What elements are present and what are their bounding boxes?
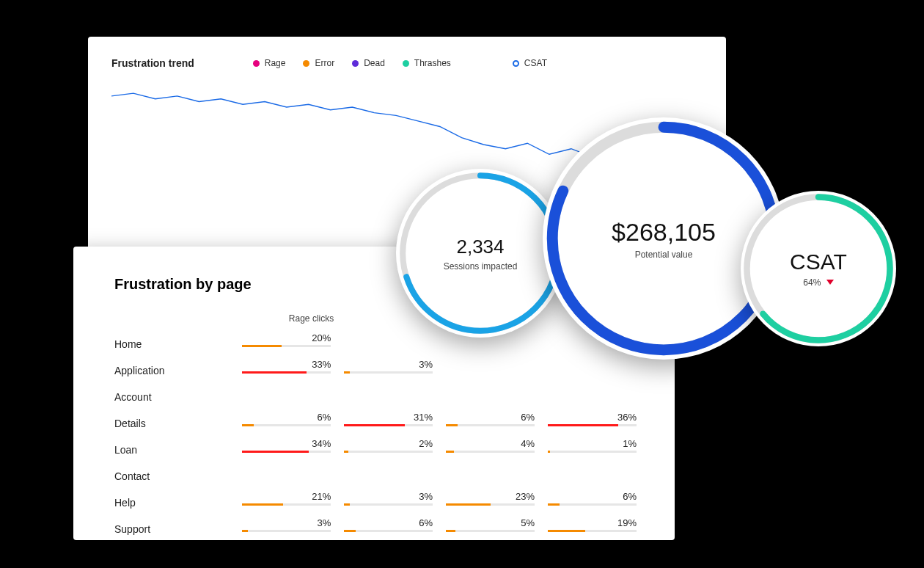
metric-bar-track: [242, 451, 331, 453]
table-row: Loan34%2%4%1%: [114, 437, 639, 463]
metric-cell: 31%: [334, 410, 436, 437]
metric-cell: 3%: [334, 489, 436, 516]
metric-bar-fill: [548, 503, 560, 506]
metric-bar-fill: [344, 424, 404, 426]
legend-item-csat: CSAT: [513, 58, 547, 68]
table-row: Account: [114, 384, 639, 410]
legend-item-rage: Rage: [253, 58, 286, 68]
ring-icon: [396, 169, 565, 338]
metric-cell: [436, 384, 538, 410]
trend-legend: RageErrorDeadThrashesCSAT: [253, 58, 547, 68]
metric-value: 6%: [446, 412, 535, 423]
trend-header: Frustration trend RageErrorDeadThrashesC…: [111, 57, 703, 69]
metric-bar-track: [242, 371, 331, 374]
dead-dot-icon: [352, 60, 359, 67]
metric-bar-fill: [242, 503, 283, 506]
table-row: Details6%31%6%36%: [114, 410, 639, 437]
page-name: Help: [114, 489, 232, 516]
trend-title: Frustration trend: [111, 57, 194, 69]
page-name: Home: [114, 331, 232, 357]
metric-bar-track: [446, 530, 535, 532]
metric-cell: [436, 357, 538, 384]
metric-cell: 6%: [334, 516, 436, 542]
metric-value: 19%: [548, 517, 637, 528]
table-row: Support3%6%5%19%: [114, 516, 639, 542]
csat-dot-icon: [513, 60, 519, 67]
metric-bar-fill: [242, 345, 281, 347]
metric-bar-fill: [242, 530, 248, 532]
metric-cell: [232, 463, 334, 489]
metric-bar-track: [242, 530, 331, 532]
metric-value: 6%: [242, 412, 331, 423]
ring-icon: [741, 191, 896, 346]
metric-bar-fill: [446, 424, 458, 426]
metric-value: 3%: [344, 491, 433, 502]
page-name: Details: [114, 410, 232, 437]
metric-value: 6%: [548, 491, 637, 502]
kpi-sessions-impacted: 2,334 Sessions impacted: [396, 169, 565, 338]
metric-cell: 34%: [232, 437, 334, 463]
legend-item-thrashes: Thrashes: [403, 58, 451, 68]
metric-value: 31%: [344, 412, 433, 423]
metric-cell: 5%: [436, 516, 538, 542]
page-name: Application: [114, 357, 232, 384]
metric-cell: [538, 463, 639, 489]
legend-label: Dead: [364, 58, 385, 68]
metric-bar-track: [446, 451, 535, 453]
metric-bar-track: [446, 503, 535, 506]
metric-cell: 21%: [232, 489, 334, 516]
legend-item-error: Error: [303, 58, 334, 68]
metric-value: 6%: [344, 517, 433, 528]
metric-cell: 6%: [232, 410, 334, 437]
metric-bar-fill: [446, 530, 455, 532]
metric-bar-track: [344, 530, 433, 532]
metric-bar-track: [548, 530, 637, 532]
metric-bar-track: [344, 503, 433, 506]
metric-value: 36%: [548, 412, 637, 423]
metric-bar-fill: [242, 424, 254, 426]
metric-bar-track: [242, 345, 331, 347]
metric-cell: 6%: [436, 410, 538, 437]
metric-bar-track: [344, 371, 433, 374]
page-name: Account: [114, 384, 232, 410]
metric-bar-fill: [344, 530, 356, 532]
metric-value: 20%: [242, 332, 331, 343]
legend-label: Rage: [265, 58, 286, 68]
metric-bar-fill: [446, 503, 491, 506]
metric-value: 34%: [242, 438, 331, 449]
legend-label: Thrashes: [414, 58, 451, 68]
table-row: Help21%3%23%6%: [114, 489, 639, 516]
metric-bar-fill: [548, 424, 618, 426]
metric-cell: 1%: [538, 437, 639, 463]
metric-cell: [334, 463, 436, 489]
metric-bar-fill: [242, 371, 307, 374]
metric-bar-track: [548, 424, 637, 426]
metric-bar-track: [548, 503, 637, 506]
metric-cell: [538, 384, 639, 410]
page-name: Loan: [114, 437, 232, 463]
metric-bar-track: [344, 424, 433, 426]
metric-bar-fill: [344, 451, 348, 453]
metric-value: 23%: [446, 491, 535, 502]
table-row: Application33%3%: [114, 357, 639, 384]
metric-cell: 23%: [436, 489, 538, 516]
metric-bar-fill: [446, 451, 454, 453]
metric-bar-track: [446, 424, 535, 426]
metric-value: 2%: [344, 438, 433, 449]
rage-dot-icon: [253, 60, 260, 67]
metric-bar-fill: [548, 451, 550, 453]
metric-cell: 19%: [538, 516, 639, 542]
legend-label: Error: [315, 58, 334, 68]
metric-cell: 3%: [334, 357, 436, 384]
metric-value: 3%: [344, 359, 433, 370]
metric-cell: 33%: [232, 357, 334, 384]
metric-value: 3%: [242, 517, 331, 528]
metric-cell: 4%: [436, 437, 538, 463]
metric-bar-track: [344, 451, 433, 453]
thrashes-dot-icon: [403, 60, 409, 67]
metric-cell: 20%: [232, 331, 334, 357]
metric-bar-fill: [344, 503, 350, 506]
metric-cell: [232, 384, 334, 410]
metric-cell: [538, 357, 639, 384]
metric-bar-track: [242, 503, 331, 506]
